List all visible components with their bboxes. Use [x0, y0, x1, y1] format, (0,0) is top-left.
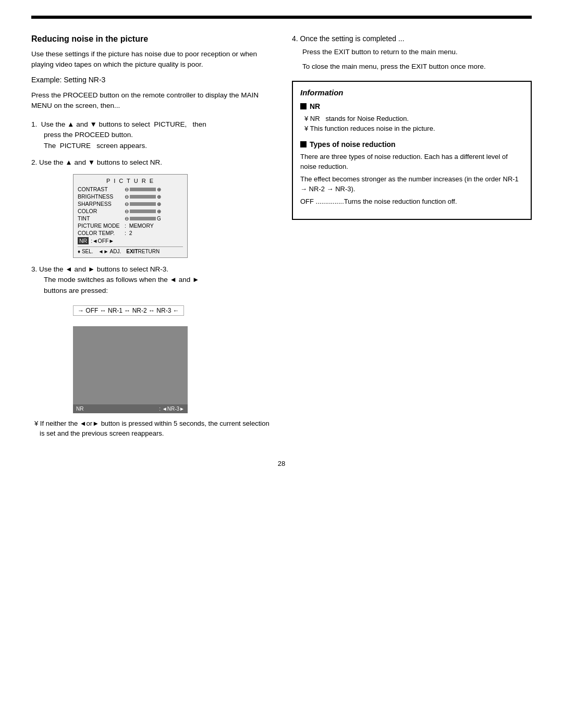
menu-label-sharpness: SHARPNESS: [78, 201, 125, 207]
menu-footer-return: EXITRETURN: [126, 249, 160, 254]
step4-title: 4. Once the setting is completed ...: [292, 34, 532, 43]
menu-row-brightness: BRIGHTNESS ⊖ ⊕: [78, 193, 183, 200]
mode-switch-box: → OFF ↔ NR-1 ↔ NR-2 ↔ NR-3 ←: [73, 305, 184, 316]
info-section-types: Types of noise reduction There are three…: [300, 140, 523, 207]
menu-title: P I C T U R E: [78, 178, 183, 184]
menu-label-nr: NR: [78, 237, 89, 244]
slider-sharpness: ⊖ ⊕: [125, 201, 161, 207]
step1-item: 1. Use the ▲ and ▼ buttons to select PIC…: [31, 119, 271, 151]
tv-bottom-bar: NR : ◄NR-3►: [73, 404, 188, 413]
tv-screen-container: NR : ◄NR-3►: [73, 326, 188, 413]
mode-switch-text: → OFF ↔ NR-1 ↔ NR-2 ↔ NR-3 ←: [78, 307, 179, 314]
menu-label-picture-mode: PICTURE MODE: [78, 223, 125, 229]
slider-color: ⊖ ⊕: [125, 208, 161, 214]
press-text: Press the PROCEED button on the remote c…: [31, 90, 271, 112]
nr-line2: ¥ This function reduces noise in the pic…: [300, 124, 523, 134]
picture-menu: P I C T U R E CONTRAST ⊖ ⊕ BRIGHTNESS ⊖: [73, 174, 188, 258]
page-number: 28: [31, 460, 532, 467]
slider-tint-g: G: [157, 216, 161, 221]
slider-tint: ⊖ G: [125, 216, 161, 221]
types-line1: There are three types of noise reduction…: [300, 152, 523, 172]
example-label: Example: Setting NR-3: [31, 76, 271, 84]
step3-line1: 3. Use the ◄ and ► buttons to select NR-…: [31, 264, 271, 275]
footnote-text: ¥ If neither the ◄or► button is pressed …: [31, 418, 271, 439]
tv-nr-label: NR: [76, 406, 83, 412]
menu-footer-adj: ◄► ADJ.: [99, 249, 121, 254]
menu-row-sharpness: SHARPNESS ⊖ ⊕: [78, 201, 183, 207]
menu-row-picture-mode: PICTURE MODE : MEMORY: [78, 223, 183, 229]
info-heading-types: Types of noise reduction: [300, 140, 523, 149]
top-border: [31, 16, 532, 19]
black-square-types: [300, 141, 307, 147]
types-line3: OFF ...............Turns the noise reduc…: [300, 196, 523, 207]
info-heading-nr-text: NR: [310, 102, 320, 110]
menu-footer-sel: ♦ SEL.: [78, 249, 93, 254]
step1-line3: The PICTURE screen appears.: [31, 141, 271, 151]
body-text: Use these settings if the picture has no…: [31, 49, 271, 70]
menu-val-picture-mode: : MEMORY: [125, 223, 154, 229]
menu-row-contrast: CONTRAST ⊖ ⊕: [78, 186, 183, 192]
menu-footer: ♦ SEL. ◄► ADJ. EXITRETURN: [78, 246, 183, 254]
info-heading-nr: NR: [300, 102, 523, 110]
menu-row-color: COLOR ⊖ ⊕: [78, 208, 183, 214]
menu-label-tint: TINT: [78, 215, 125, 221]
menu-label-color-temp: COLOR TEMP.: [78, 230, 125, 236]
info-section-nr: NR ¥ NR stands for Noise Reduction. ¥ Th…: [300, 102, 523, 134]
info-box: Information NR ¥ NR stands for Noise Red…: [292, 81, 532, 220]
info-heading-types-text: Types of noise reduction: [310, 140, 396, 149]
step2-text: 2. Use the ▲ and ▼ buttons to select NR.: [31, 157, 271, 168]
menu-row-nr: NR :◄OFF►: [78, 237, 183, 244]
info-box-title: Information: [300, 88, 523, 97]
menu-row-tint: TINT ⊖ G: [78, 215, 183, 221]
menu-label-brightness: BRIGHTNESS: [78, 193, 125, 200]
menu-val-nr: :◄OFF►: [91, 238, 114, 244]
menu-label-contrast: CONTRAST: [78, 186, 125, 192]
types-line2: The effect becomes stronger as the numbe…: [300, 174, 523, 194]
menu-row-color-temp: COLOR TEMP. : 2: [78, 230, 183, 236]
tv-screen: [73, 326, 188, 404]
step3-line3: buttons are pressed:: [31, 286, 271, 296]
menu-val-color-temp: : 2: [125, 230, 132, 236]
step3-line2: The mode switches as follows when the ◄ …: [31, 275, 271, 285]
tv-nr-value: : ◄NR-3►: [159, 406, 185, 412]
menu-label-color: COLOR: [78, 208, 125, 214]
step4-line1: Press the EXIT button to return to the m…: [292, 47, 532, 57]
left-column: Reducing noise in the picture Use these …: [31, 34, 271, 439]
slider-brightness: ⊖ ⊕: [125, 194, 161, 200]
step2-item: 2. Use the ▲ and ▼ buttons to select NR.: [31, 157, 271, 168]
step1-line2: press the PROCEED button.: [31, 130, 271, 140]
page-container: Reducing noise in the picture Use these …: [0, 0, 563, 728]
step3-item: 3. Use the ◄ and ► buttons to select NR-…: [31, 264, 271, 296]
step1-line1: 1. Use the ▲ and ▼ buttons to select PIC…: [31, 119, 271, 130]
right-column: 4. Once the setting is completed ... Pre…: [292, 34, 532, 439]
nr-line1: ¥ NR stands for Noise Reduction.: [300, 114, 523, 124]
step4-line2: To close the main menu, press the EXIT b…: [292, 61, 532, 72]
section-title: Reducing noise in the picture: [31, 34, 271, 44]
slider-contrast: ⊖ ⊕: [125, 187, 161, 192]
black-square-nr: [300, 103, 307, 109]
two-column-layout: Reducing noise in the picture Use these …: [31, 34, 532, 439]
